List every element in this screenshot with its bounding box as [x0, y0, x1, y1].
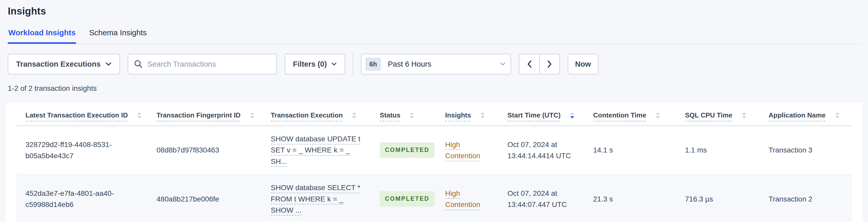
search-icon: [134, 60, 143, 68]
insight-link[interactable]: High Contention: [445, 188, 490, 210]
chevron-left-icon: [527, 60, 532, 68]
chevron-down-icon: [105, 62, 112, 66]
column-header-contention-time[interactable]: Contention Time: [593, 103, 685, 126]
sort-icon: [250, 112, 254, 119]
toolbar-divider: [353, 54, 353, 74]
time-range-label: Past 6 Hours: [388, 60, 431, 68]
transaction-type-dropdown[interactable]: Transaction Executions: [8, 54, 120, 74]
sort-icon: [835, 112, 839, 119]
cell-execution-id: 452da3e7-e7fa-4801-aa40-c59988d14eb6: [17, 175, 157, 222]
column-header-transaction-execution[interactable]: Transaction Execution: [271, 103, 380, 126]
cell-contention-time: 21.3 s: [593, 175, 685, 222]
cell-start-time: Oct 07, 2024 at 13:44:07.447 UTC: [507, 175, 593, 222]
cell-execution-id: 328729d2-ff19-4408-8531-b05a5b4e43c7: [17, 126, 157, 175]
filters-label: Filters (0): [293, 60, 327, 68]
prev-time-button[interactable]: [519, 54, 540, 74]
column-header-start-time[interactable]: Start Time (UTC): [507, 103, 593, 126]
cell-insights: High Contention: [445, 175, 507, 222]
tab-workload-insights[interactable]: Workload Insights: [8, 28, 76, 44]
cell-status: COMPLETED: [380, 126, 445, 175]
sort-icon: [410, 112, 414, 119]
tab-schema-insights[interactable]: Schema Insights: [89, 28, 147, 44]
cell-insights: High Contention: [445, 126, 507, 175]
next-time-button[interactable]: [539, 54, 560, 74]
column-header-application-name[interactable]: Application Name: [769, 103, 851, 126]
table-row: 328729d2-ff19-4408-8531-b05a5b4e43c7 08d…: [17, 126, 851, 175]
time-range-pager: [519, 54, 560, 74]
table-header: Latest Transaction Execution ID Transact…: [17, 103, 851, 126]
insights-tab-bar: Workload Insights Schema Insights: [8, 28, 860, 44]
column-header-status[interactable]: Status: [380, 103, 445, 126]
cell-fingerprint-id: 08d8b7d97f830463: [157, 126, 271, 175]
filters-dropdown[interactable]: Filters (0): [285, 54, 345, 74]
sort-desc-icon: [570, 112, 575, 119]
now-button[interactable]: Now: [568, 54, 598, 74]
cell-sql-cpu-time: 1.1 ms: [685, 126, 769, 175]
search-input[interactable]: [147, 60, 271, 69]
sort-icon: [742, 112, 746, 119]
toolbar: Transaction Executions Filters (0) 6h Pa…: [8, 54, 860, 74]
insights-table-panel: Latest Transaction Execution ID Transact…: [6, 103, 862, 222]
status-badge: COMPLETED: [380, 142, 435, 158]
cell-fingerprint-id: 480a8b217be006fe: [157, 175, 271, 222]
time-range-badge: 6h: [365, 58, 381, 71]
results-count: 1-2 of 2 transaction insights: [8, 84, 860, 93]
table-body: 328729d2-ff19-4408-8531-b05a5b4e43c7 08d…: [17, 126, 851, 222]
cell-contention-time: 14.1 s: [593, 126, 685, 175]
status-badge: COMPLETED: [380, 191, 435, 207]
page-title: Insights: [8, 6, 860, 17]
chevron-down-icon: [332, 63, 337, 66]
transaction-execution-link[interactable]: SHOW database UPDATE t SET v = _ WHERE k…: [271, 135, 360, 165]
cell-application-name: Transaction 2: [769, 175, 851, 222]
cell-transaction-execution: SHOW database SELECT * FROM t WHERE k = …: [271, 175, 380, 222]
column-header-latest-transaction-execution-id[interactable]: Latest Transaction Execution ID: [17, 103, 157, 126]
transaction-execution-link[interactable]: SHOW database SELECT * FROM t WHERE k = …: [271, 184, 360, 214]
sort-icon: [352, 112, 356, 119]
sort-icon: [480, 112, 485, 119]
column-header-transaction-fingerprint-id[interactable]: Transaction Fingerprint ID: [157, 103, 271, 126]
insight-link[interactable]: High Contention: [445, 139, 490, 162]
insights-table: Latest Transaction Execution ID Transact…: [17, 103, 851, 222]
chevron-down-icon: [500, 63, 505, 66]
search-box[interactable]: [128, 54, 277, 74]
column-header-insights[interactable]: Insights: [445, 103, 507, 126]
sort-icon: [656, 112, 660, 119]
cell-transaction-execution: SHOW database UPDATE t SET v = _ WHERE k…: [271, 126, 380, 175]
cell-application-name: Transaction 3: [769, 126, 851, 175]
cell-status: COMPLETED: [380, 175, 445, 222]
transaction-type-label: Transaction Executions: [16, 60, 101, 68]
cell-sql-cpu-time: 716.3 µs: [685, 175, 769, 222]
column-header-sql-cpu-time[interactable]: SQL CPU Time: [685, 103, 769, 126]
chevron-right-icon: [548, 60, 552, 68]
cell-start-time: Oct 07, 2024 at 13:44:14.4414 UTC: [507, 126, 593, 175]
sort-icon: [137, 112, 142, 119]
table-row: 452da3e7-e7fa-4801-aa40-c59988d14eb6 480…: [17, 175, 851, 222]
time-range-picker[interactable]: 6h Past 6 Hours: [361, 54, 511, 74]
